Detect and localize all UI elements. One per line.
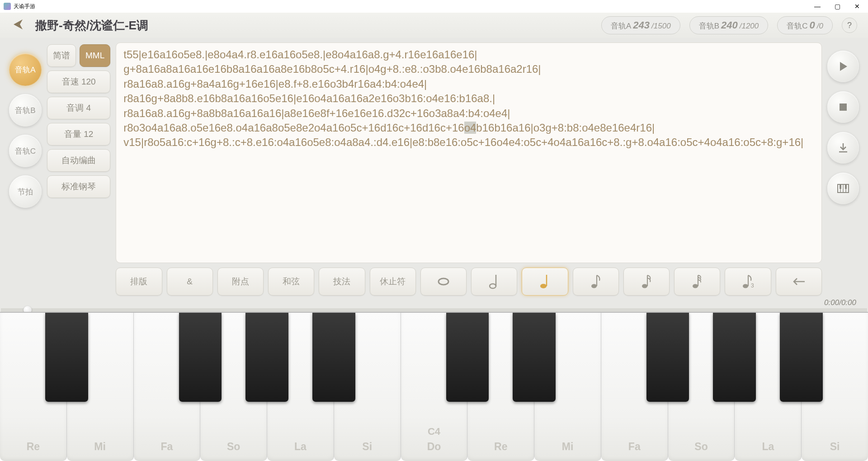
black-key[interactable] xyxy=(179,313,222,402)
notation-jianpu-button[interactable]: 简谱 xyxy=(47,44,76,67)
window-title: 天谕手游 xyxy=(14,3,35,10)
back-button[interactable] xyxy=(11,17,26,34)
app-icon xyxy=(4,3,11,10)
key-label: Si xyxy=(334,441,401,453)
piano-keyboard: ReMiFaSoLaSiDoC4ReMiFaSoLaSi xyxy=(0,312,868,461)
page-title: 撒野-奇然/沈谧仁-E调 xyxy=(35,18,148,33)
svg-rect-25 xyxy=(845,184,847,189)
speed-button[interactable]: 音速 120 xyxy=(47,71,110,93)
svg-marker-16 xyxy=(840,62,847,71)
download-button[interactable] xyxy=(827,132,859,164)
backspace-button[interactable] xyxy=(776,268,822,296)
black-key[interactable] xyxy=(45,313,88,402)
black-key[interactable] xyxy=(312,313,355,402)
keyboard-toggle-button[interactable] xyxy=(827,173,859,204)
sixteenth-note-button[interactable] xyxy=(623,268,670,296)
playback-panel xyxy=(827,42,859,296)
track-selector: 音轨A 音轨B 音轨C 节拍 xyxy=(9,42,42,296)
svg-point-1 xyxy=(439,278,448,285)
key-label: Mi xyxy=(534,441,601,453)
play-button[interactable] xyxy=(827,51,859,82)
header: 撒野-奇然/沈谧仁-E调 音轨A 243 /1500 音轨B 240 /1200… xyxy=(0,13,868,38)
key-label: Re xyxy=(467,441,534,453)
key-label: Si xyxy=(802,441,868,453)
track-b-button[interactable]: 音轨B xyxy=(9,94,42,127)
dot-button[interactable]: 附点 xyxy=(217,268,264,296)
key-label: La xyxy=(735,441,801,453)
format-button[interactable]: 排版 xyxy=(116,268,162,296)
whole-note-button[interactable] xyxy=(420,268,467,296)
track-b-counter[interactable]: 音轨B 240 /1200 xyxy=(689,16,769,34)
svg-point-2 xyxy=(490,284,496,288)
progress-bar[interactable] xyxy=(1,308,867,312)
key-label: Mi xyxy=(67,441,133,453)
help-button[interactable]: ? xyxy=(842,18,857,33)
track-a-counter[interactable]: 音轨A 243 /1500 xyxy=(601,16,680,34)
maximize-button[interactable]: ▢ xyxy=(830,3,844,10)
svg-rect-24 xyxy=(840,184,841,189)
param-panel: 简谱 MML 音速 120 音调 4 音量 12 自动编曲 标准钢琴 xyxy=(47,42,110,296)
mml-editor[interactable]: t55|e16a16o5e8.|e8o4a4.r8.e16a16o5e8.|e8… xyxy=(116,42,822,263)
technique-button[interactable]: 技法 xyxy=(319,268,365,296)
stop-button[interactable] xyxy=(827,91,859,123)
triplet-button[interactable]: 3 xyxy=(725,268,771,296)
chord-button[interactable]: 和弦 xyxy=(268,268,314,296)
key-label-upper: C4 xyxy=(401,426,467,437)
black-key[interactable] xyxy=(780,313,823,402)
eighth-note-button[interactable] xyxy=(573,268,619,296)
half-note-button[interactable] xyxy=(471,268,517,296)
key-label: So xyxy=(668,441,735,453)
notation-mml-button[interactable]: MML xyxy=(80,44,110,67)
mml-text: t55|e16a16o5e8.|e8o4a4.r8.e16a16o5e8.|e8… xyxy=(123,47,814,150)
svg-point-4 xyxy=(540,284,547,288)
tone-button[interactable]: 音调 4 xyxy=(47,97,110,119)
key-label: Fa xyxy=(601,441,668,453)
titlebar: 天谕手游 — ▢ ✕ xyxy=(0,0,868,13)
key-label: Fa xyxy=(134,441,200,453)
svg-point-10 xyxy=(693,284,698,288)
rest-button[interactable]: 休止符 xyxy=(370,268,416,296)
key-label: Do xyxy=(401,441,467,453)
amp-button[interactable]: & xyxy=(167,268,213,296)
tempo-button[interactable]: 节拍 xyxy=(9,175,42,208)
minimize-button[interactable]: — xyxy=(810,3,825,10)
time-display: 0:00/0:00 xyxy=(0,298,868,308)
track-c-counter[interactable]: 音轨C 0 /0 xyxy=(777,16,833,34)
key-label: La xyxy=(267,441,334,453)
key-label: So xyxy=(200,441,267,453)
track-c-button[interactable]: 音轨C xyxy=(9,135,42,167)
auto-compose-button[interactable]: 自动编曲 xyxy=(47,149,110,172)
svg-point-6 xyxy=(591,284,597,288)
instrument-button[interactable]: 标准钢琴 xyxy=(47,175,110,198)
volume-button[interactable]: 音量 12 xyxy=(47,123,110,146)
svg-marker-0 xyxy=(14,19,23,29)
black-key[interactable] xyxy=(245,313,288,402)
black-key[interactable] xyxy=(446,313,489,402)
close-button[interactable]: ✕ xyxy=(850,3,864,10)
black-key[interactable] xyxy=(646,313,689,402)
quarter-note-button[interactable] xyxy=(522,268,568,296)
black-key[interactable] xyxy=(513,313,556,402)
svg-point-8 xyxy=(642,284,647,288)
track-a-button[interactable]: 音轨A xyxy=(9,53,42,86)
key-label: Re xyxy=(0,441,66,453)
svg-point-12 xyxy=(743,284,748,288)
svg-rect-17 xyxy=(840,103,847,111)
svg-text:3: 3 xyxy=(751,282,754,289)
thirtysecond-note-button[interactable] xyxy=(674,268,720,296)
note-toolbar: 排版 & 附点 和弦 技法 休止符 xyxy=(116,268,822,296)
black-key[interactable] xyxy=(713,313,756,402)
